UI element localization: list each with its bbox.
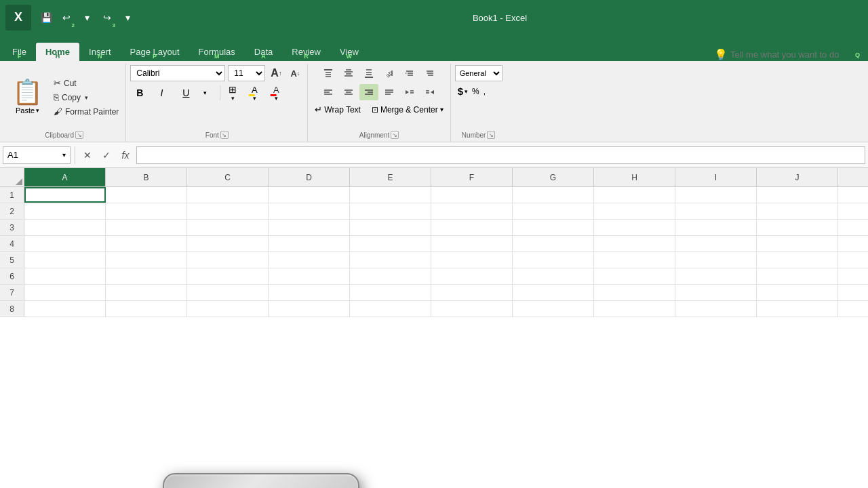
indent-left-button[interactable] — [400, 84, 419, 100]
cell-I7[interactable] — [675, 285, 757, 300]
column-header-E[interactable]: E — [350, 168, 431, 186]
cell-D4[interactable] — [269, 236, 350, 251]
cell-E7[interactable] — [350, 285, 431, 300]
cell-B1[interactable] — [106, 187, 187, 203]
cell-C8[interactable] — [187, 301, 269, 317]
cell-D7[interactable] — [269, 285, 350, 300]
row-header-5[interactable]: 5 — [0, 252, 24, 268]
cell-G7[interactable] — [513, 285, 594, 300]
cell-C5[interactable] — [187, 252, 269, 268]
borders-button[interactable]: ⊞ ▾ — [223, 84, 242, 102]
cell-I8[interactable] — [675, 301, 757, 317]
tell-me-input[interactable] — [730, 49, 852, 60]
cell-H3[interactable] — [594, 220, 675, 235]
column-header-A[interactable]: A — [24, 168, 106, 186]
cell-H6[interactable] — [594, 268, 675, 284]
number-expand-button[interactable]: ↘ — [487, 131, 495, 139]
cell-F8[interactable] — [431, 301, 513, 317]
cell-B7[interactable] — [106, 285, 187, 300]
tab-home[interactable]: Home H — [36, 43, 79, 61]
cell-E6[interactable] — [350, 268, 431, 284]
row-header-3[interactable]: 3 — [0, 220, 24, 235]
tab-data[interactable]: Data A — [245, 43, 282, 61]
row-header-2[interactable]: 2 — [0, 203, 24, 219]
redo-button[interactable]: ↪3 — [98, 8, 117, 27]
formula-input[interactable] — [136, 146, 865, 164]
cell-G4[interactable] — [513, 236, 594, 251]
cell-E1[interactable] — [350, 187, 431, 203]
row-header-6[interactable]: 6 — [0, 268, 24, 284]
cell-A2[interactable] — [24, 203, 106, 219]
paste-button[interactable]: 📋 Paste ▾ — [7, 74, 48, 121]
underline-dropdown-button[interactable]: ▾ — [195, 84, 214, 102]
tab-file[interactable]: File F — [3, 43, 36, 61]
cut-button[interactable]: ✂ Cut — [51, 77, 121, 89]
cell-E8[interactable] — [350, 301, 431, 317]
cell-F2[interactable] — [431, 203, 513, 219]
cell-H2[interactable] — [594, 203, 675, 219]
cell-F1[interactable] — [431, 187, 513, 203]
cell-A4[interactable] — [24, 236, 106, 251]
cell-D6[interactable] — [269, 268, 350, 284]
cell-J7[interactable] — [757, 285, 838, 300]
format-painter-button[interactable]: 🖌 Format Painter — [51, 105, 121, 118]
cell-H4[interactable] — [594, 236, 675, 251]
cell-C3[interactable] — [187, 220, 269, 235]
cell-I6[interactable] — [675, 268, 757, 284]
cell-D5[interactable] — [269, 252, 350, 268]
undo-dropdown-button[interactable]: ▾ — [77, 8, 96, 27]
currency-dropdown-arrow[interactable]: ▾ — [465, 88, 468, 95]
cell-A3[interactable] — [24, 220, 106, 235]
merge-center-button[interactable]: ⊡ Merge & Center ▾ — [369, 104, 446, 116]
copy-dropdown-arrow[interactable]: ▾ — [85, 94, 88, 101]
cell-G5[interactable] — [513, 252, 594, 268]
tab-review[interactable]: Review R — [282, 43, 330, 61]
fill-color-button[interactable]: A ▾ — [245, 84, 264, 102]
wrap-text-button[interactable]: ↵ Wrap Text — [312, 103, 363, 116]
cell-E4[interactable] — [350, 236, 431, 251]
paste-dropdown-arrow[interactable]: ▾ — [36, 107, 39, 114]
tell-me-area[interactable]: 💡 Q — [709, 48, 865, 61]
cell-E2[interactable] — [350, 203, 431, 219]
cell-C1[interactable] — [187, 187, 269, 203]
cell-H1[interactable] — [594, 187, 675, 203]
cell-E5[interactable] — [350, 252, 431, 268]
cell-C6[interactable] — [187, 268, 269, 284]
tab-insert[interactable]: Insert N — [79, 43, 121, 61]
cell-D2[interactable] — [269, 203, 350, 219]
cell-F4[interactable] — [431, 236, 513, 251]
cell-A1[interactable] — [24, 187, 106, 203]
font-expand-button[interactable]: ↘ — [220, 131, 229, 139]
align-middle-button[interactable] — [339, 65, 358, 81]
font-name-select[interactable]: Calibri — [130, 65, 225, 81]
select-all-button[interactable] — [0, 168, 24, 186]
cell-B4[interactable] — [106, 236, 187, 251]
cell-J8[interactable] — [757, 301, 838, 317]
cell-A6[interactable] — [24, 268, 106, 284]
cell-J4[interactable] — [757, 236, 838, 251]
increase-indent-button[interactable] — [400, 65, 419, 81]
cell-C2[interactable] — [187, 203, 269, 219]
name-box[interactable]: A1 ▾ — [3, 146, 71, 164]
cancel-formula-button[interactable]: ✕ — [79, 147, 96, 163]
clipboard-expand-button[interactable]: ↘ — [75, 131, 83, 139]
undo-button[interactable]: ↩2 — [57, 8, 76, 27]
column-header-D[interactable]: D — [269, 168, 350, 186]
insert-function-button[interactable]: fx — [117, 147, 134, 163]
cell-F3[interactable] — [431, 220, 513, 235]
cell-B2[interactable] — [106, 203, 187, 219]
row-header-8[interactable]: 8 — [0, 301, 24, 317]
font-size-select[interactable]: 11 — [228, 65, 265, 81]
bold-button[interactable]: B — [130, 84, 149, 102]
column-header-H[interactable]: H — [594, 168, 675, 186]
cell-C4[interactable] — [187, 236, 269, 251]
decrease-indent-button[interactable] — [420, 65, 439, 81]
name-box-dropdown-arrow[interactable]: ▾ — [62, 151, 66, 159]
cell-D3[interactable] — [269, 220, 350, 235]
cell-F5[interactable] — [431, 252, 513, 268]
cell-B3[interactable] — [106, 220, 187, 235]
row-header-1[interactable]: 1 — [0, 187, 24, 203]
row-header-4[interactable]: 4 — [0, 236, 24, 251]
alignment-expand-button[interactable]: ↘ — [391, 131, 399, 139]
merge-dropdown-arrow[interactable]: ▾ — [440, 106, 443, 113]
